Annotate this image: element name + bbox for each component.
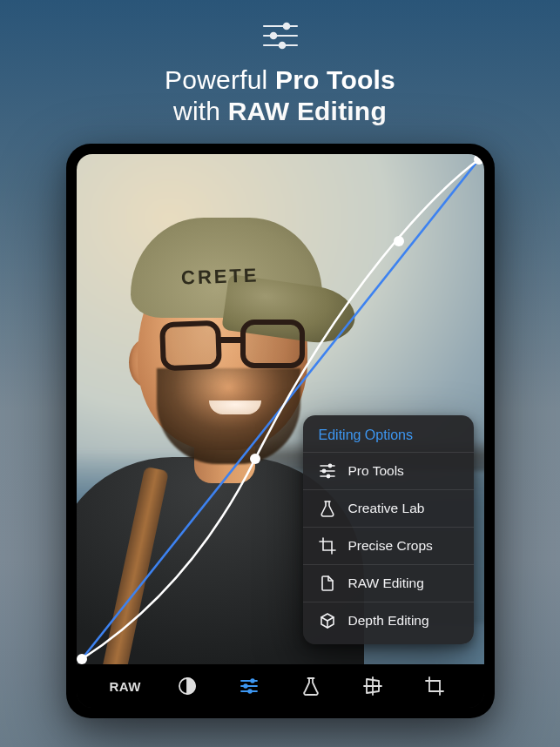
sliders-hero-icon — [261, 21, 300, 54]
exposure-icon — [177, 676, 198, 697]
headline-bold-2: RAW Editing — [228, 97, 387, 125]
bottom-toolbar: RAW — [77, 664, 484, 708]
svg-point-24 — [248, 690, 252, 693]
option-depth-editing[interactable]: Depth Editing — [303, 602, 474, 639]
crop-icon — [424, 676, 445, 697]
flask-icon — [301, 676, 320, 696]
flask-icon — [319, 500, 336, 517]
option-label: Depth Editing — [348, 613, 429, 629]
tool-raw[interactable]: RAW — [105, 664, 145, 708]
popup-title: Editing Options — [303, 427, 474, 452]
headline-pre: Powerful — [165, 65, 275, 94]
tool-crop[interactable] — [415, 664, 455, 708]
headline-mid: with — [173, 97, 228, 125]
svg-point-14 — [322, 469, 325, 472]
option-pro-tools[interactable]: Pro Tools — [303, 452, 474, 489]
option-raw-editing[interactable]: RAW Editing — [303, 564, 474, 602]
svg-point-3 — [270, 33, 275, 38]
tool-exposure[interactable] — [167, 664, 207, 708]
file-icon — [319, 575, 336, 592]
tool-lab[interactable] — [291, 664, 331, 708]
option-label: Pro Tools — [348, 463, 404, 479]
svg-point-12 — [328, 464, 331, 467]
svg-point-22 — [244, 684, 247, 688]
cube-icon — [319, 612, 336, 629]
svg-point-1 — [283, 24, 288, 29]
crop-icon — [319, 537, 336, 555]
device-frame: CRETE Editing Options Pro T — [66, 144, 495, 718]
device-screen: CRETE Editing Options Pro T — [77, 154, 484, 708]
option-precise-crops[interactable]: Precise Crops — [303, 527, 474, 564]
svg-point-16 — [327, 474, 329, 477]
option-label: RAW Editing — [348, 575, 424, 591]
tool-perspective[interactable] — [353, 664, 393, 708]
option-label: Precise Crops — [348, 538, 433, 554]
cap-text: CRETE — [180, 264, 259, 289]
svg-point-20 — [251, 679, 254, 683]
headline-bold-1: Pro Tools — [275, 65, 395, 94]
tool-adjust[interactable] — [229, 664, 269, 708]
headline: Powerful Pro Tools with RAW Editing — [0, 64, 560, 127]
photo-subject: CRETE — [77, 187, 338, 664]
option-label: Creative Lab — [348, 501, 425, 516]
editing-options-popup: Editing Options Pro Tools Creative Lab — [303, 415, 474, 644]
marketing-header: Powerful Pro Tools with RAW Editing — [0, 0, 560, 127]
sliders-icon — [319, 462, 336, 480]
option-creative-lab[interactable]: Creative Lab — [303, 489, 474, 527]
tool-raw-label: RAW — [109, 679, 141, 694]
perspective-icon — [362, 676, 383, 697]
svg-point-5 — [279, 43, 284, 48]
sliders-icon — [239, 676, 260, 697]
